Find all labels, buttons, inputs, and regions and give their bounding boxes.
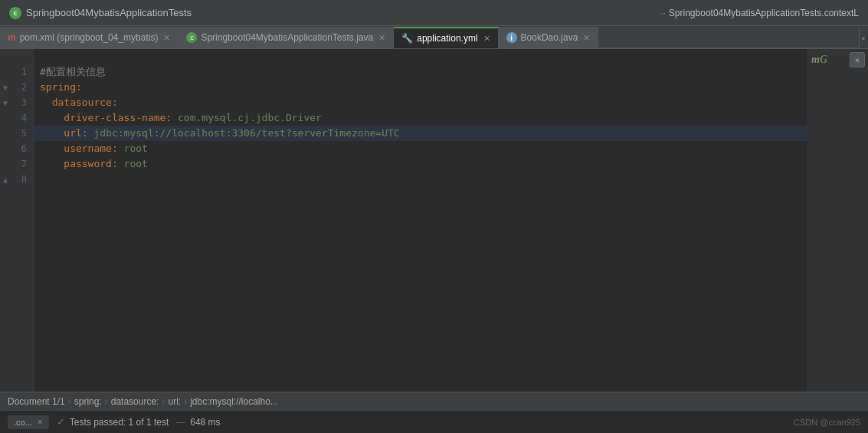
breadcrumb-document: Document 1/1 [8,396,65,407]
fold-icon-end[interactable]: ▲ [3,175,8,184]
tab-icon-m: m [8,32,16,43]
username-val: root [124,141,148,156]
gutter-line-8: 7 [0,156,33,172]
tab-icon-i: i [506,32,517,43]
breadcrumb-sep-3: › [162,396,165,407]
code-content[interactable]: #配置相关信息 spring: datasource: driver-class… [34,49,807,392]
tab-close-bookdao[interactable]: ✕ [583,33,590,43]
breadcrumb-sep-2: › [105,396,108,407]
app-icon: c [9,7,21,19]
code-line-empty5 [34,218,807,233]
code-line-spring: spring: [34,80,807,95]
password-val: root [124,156,148,172]
tab-icon-yml: 🔧 [401,33,413,44]
breadcrumb: Document 1/1 › spring: › datasource: › u… [8,396,278,407]
bottom-tab-close[interactable]: ✕ [37,418,43,426]
title-bar: c Springboot04MybatisApplicationTests ··… [0,0,868,26]
breadcrumb-url: url: [168,396,181,407]
driver-key: driver-class-name: [64,110,178,126]
gutter: 1 ▼ 2 ▼ 3 4 5 6 7 ▲ 8 [0,49,34,392]
fold-icon-datasource[interactable]: ▼ [3,99,8,107]
gutter-line-4: ▼ 3 [0,95,33,110]
url-val: jdbc:mysql://localhost:3306/test?serverT… [93,126,399,141]
editor-area: 1 ▼ 2 ▼ 3 4 5 6 7 ▲ 8 #配置相 [0,49,868,392]
gutter-line-2: 1 [0,64,33,80]
code-line-empty12 [34,325,807,340]
spring-key: spring: [40,80,82,95]
tab-icon-java: c [186,32,197,43]
code-line-datasource: datasource: [34,95,807,110]
gutter-line-9: ▲ 8 [0,172,33,187]
minimap-close-button[interactable]: ✕ [850,52,865,67]
driver-val: com.mysql.cj.jdbc.Driver [178,110,322,126]
tab-label-bookdao: BookDao.java [521,32,578,43]
code-line-empty8 [34,264,807,279]
code-line-empty13 [34,340,807,356]
tab-close-tests[interactable]: ✕ [378,33,385,43]
code-line-empty3 [34,187,807,202]
breadcrumb-sep-1: › [68,396,71,407]
code-line-empty4 [34,202,807,218]
code-line-driver: driver-class-name: com.mysql.cj.jdbc.Dri… [34,110,807,126]
csdn-credit: CSDN @ccan925 [794,418,860,427]
bottom-panel: .co... ✕ ✓ Tests passed: 1 of 1 test — 6… [0,410,868,433]
tab-label-pom: pom.xml (springboot_04_mybatis) [20,32,159,43]
title-right-text: Springboot04MybatisApplicationTests.cont… [669,8,859,18]
code-line-url: url: jdbc:mysql://localhost:3306/test?se… [34,126,807,141]
code-line-comment: #配置相关信息 [34,64,807,80]
code-line-empty10 [34,294,807,310]
tab-label-application: application.yml [417,33,477,44]
tab-bar: m pom.xml (springboot_04_mybatis) ✕ c Sp… [0,26,868,49]
code-line-password: password: root [34,156,807,172]
status-bar: Document 1/1 › spring: › datasource: › u… [0,392,868,410]
gutter-line-3: ▼ 2 [0,80,33,95]
comment-text: #配置相关信息 [40,64,106,80]
tab-close-application[interactable]: ✕ [483,34,490,44]
tab-application[interactable]: 🔧 application.yml ✕ [394,27,498,48]
test-pass-icon: ✓ [57,416,65,428]
breadcrumb-datasource: datasource: [111,396,159,407]
password-key: password: [64,156,123,172]
gutter-line-1 [0,49,33,64]
code-line-empty6 [34,233,807,248]
breadcrumb-sep-4: › [184,396,187,407]
tab-label-tests: Springboot04MybatisApplicationTests.java [201,32,373,43]
tab-pom[interactable]: m pom.xml (springboot_04_mybatis) ✕ [0,27,179,48]
code-line-empty9 [34,279,807,294]
code-line-empty7 [34,248,807,264]
title-right-icon: ·· [661,8,666,18]
code-line-empty11 [34,310,807,325]
gutter-line-7: 6 [0,141,33,156]
minimap: mG ✕ [807,49,868,392]
gutter-line-6: 5 [0,126,33,141]
tab-tests[interactable]: c Springboot04MybatisApplicationTests.ja… [179,27,394,48]
title-right: ·· Springboot04MybatisApplicationTests.c… [434,8,869,18]
tab-bar-end [598,27,859,48]
username-key: username: [64,141,123,156]
fold-icon-spring[interactable]: ▼ [3,84,8,92]
code-line-empty2 [34,172,807,187]
url-key: url: [64,126,93,141]
bottom-tab[interactable]: .co... ✕ [8,415,49,429]
code-line-empty14 [34,356,807,371]
code-line-empty [34,49,807,64]
code-line-empty15 [34,371,807,386]
breadcrumb-spring: spring: [74,396,102,407]
breadcrumb-value: jdbc:mysql://localho... [190,396,278,407]
code-line-empty16 [34,386,807,392]
datasource-key: datasource: [52,95,118,110]
title-text: Springboot04MybatisApplicationTests [26,7,192,18]
test-result: ✓ Tests passed: 1 of 1 test — 648 ms [57,416,221,428]
tab-bar-scroll[interactable]: ▸ [859,27,868,48]
test-result-text: Tests passed: 1 of 1 test [70,417,169,428]
gutter-line-5: 4 [0,110,33,126]
tab-close-pom[interactable]: ✕ [163,33,170,43]
tab-bookdao[interactable]: i BookDao.java ✕ [499,27,599,48]
test-duration: 648 ms [190,417,220,428]
title-left: c Springboot04MybatisApplicationTests [0,7,434,19]
title-right-tab: ·· Springboot04MybatisApplicationTests.c… [661,8,859,18]
minimap-logo: mG [811,54,827,66]
bottom-tab-label: .co... [14,418,32,427]
test-time: — [176,417,185,428]
code-line-username: username: root [34,141,807,156]
